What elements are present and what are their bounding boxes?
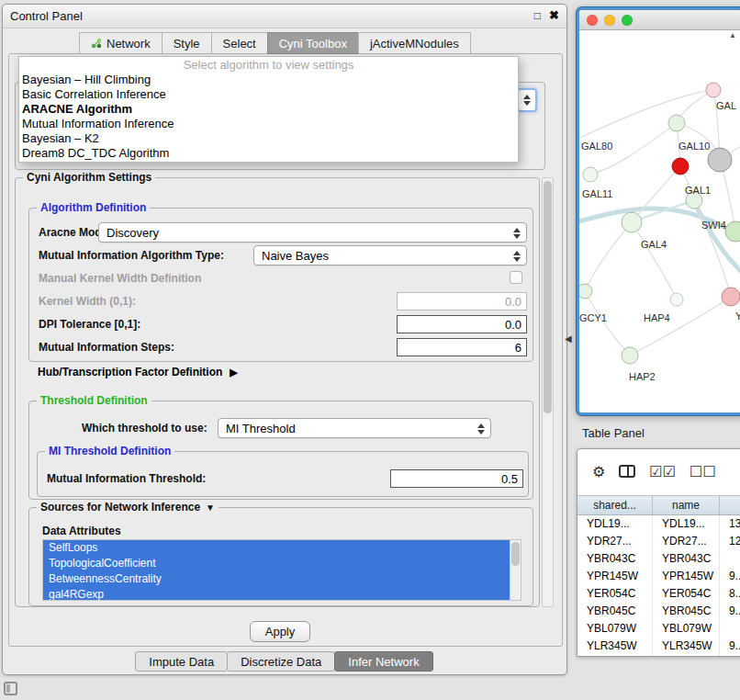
table-row[interactable]: YDR27...YDR27...12... (577, 533, 740, 550)
algorithm-select-combo-stub[interactable] (517, 88, 537, 112)
control-panel-window: Control Panel □ ✖ NetworkStyleSelectCyni… (2, 4, 567, 675)
network-edge[interactable] (585, 291, 630, 356)
algorithm-option[interactable]: Dream8 DC_TDC Algorithm (19, 146, 518, 161)
algorithm-option[interactable]: ARACNE Algorithm (19, 102, 518, 117)
kernel-width-input[interactable] (397, 292, 527, 310)
columns-icon[interactable] (619, 465, 635, 480)
tab-style[interactable]: Style (162, 32, 212, 54)
splitter-collapse-icon[interactable]: ◀ (565, 333, 572, 344)
scroll-up-arrow-icon[interactable]: ▲ (729, 31, 736, 40)
settings-scrollbar-thumb[interactable] (544, 181, 552, 413)
which-threshold-select[interactable]: MI Threshold (218, 418, 491, 438)
tab-cyni-toolbox[interactable]: Cyni Toolbox (267, 32, 359, 54)
settings-group-title: Cyni Algorithm Settings (23, 171, 155, 184)
table-row[interactable]: YDL19...YDL19...13... (577, 515, 740, 533)
table-row[interactable]: YLR345WYLR345W9... (577, 638, 740, 655)
network-node[interactable] (579, 284, 592, 299)
table-row[interactable]: YPR145WYPR145W9... (577, 568, 740, 585)
algorithm-option[interactable]: Mutual Information Inference (19, 117, 518, 131)
network-node[interactable] (722, 288, 740, 306)
algorithm-option[interactable]: Bayesian – K2 (19, 131, 518, 146)
algorithm-option[interactable]: Bayesian – Hill Climbing (19, 73, 518, 87)
column-header[interactable]: shared... (577, 496, 653, 514)
column-header[interactable] (720, 496, 740, 514)
table-cell: YLR345W (577, 638, 653, 655)
network-node[interactable] (622, 212, 642, 232)
attribute-item[interactable]: TopologicalCoefficient (43, 556, 521, 571)
network-icon (91, 38, 102, 49)
close-window-icon[interactable]: ✖ (549, 8, 559, 22)
network-edge[interactable] (579, 90, 713, 142)
hub-definition-label: Hub/Transcription Factor Definition (38, 366, 222, 378)
attribute-item[interactable]: SelfLoops (43, 540, 521, 556)
which-threshold-value: MI Threshold (226, 422, 296, 435)
tab-infer-network[interactable]: Infer Network (334, 651, 432, 672)
mi-threshold-input[interactable] (390, 469, 523, 488)
network-node-label: GAL10 (678, 141, 710, 152)
column-header[interactable]: name (653, 496, 720, 514)
algorithm-option[interactable]: Basic Correlation Inference (19, 87, 518, 102)
desktop: Control Panel □ ✖ NetworkStyleSelectCyni… (0, 0, 740, 700)
hub-definition-toggle[interactable]: Hub/Transcription Factor Definition ▶ (38, 366, 238, 378)
float-window-icon[interactable]: □ (534, 9, 541, 22)
network-edge[interactable] (630, 297, 731, 356)
algorithm-popup-placeholder: Select algorithm to view settings (19, 58, 518, 73)
apply-button[interactable]: Apply (250, 621, 310, 642)
tab-discretize-data[interactable]: Discretize Data (227, 651, 335, 672)
network-node[interactable] (583, 167, 598, 182)
aracne-mode-value: Discovery (107, 226, 159, 240)
table-row[interactable]: YBL079WYBL079W (577, 620, 740, 638)
attribute-item[interactable]: gal4RGexp (43, 587, 521, 601)
sources-title-text: Sources for Network Inference (40, 501, 200, 514)
table-row[interactable]: YER054CYER054C8... (577, 585, 740, 603)
kernel-width-label: Kernel Width (0,1): (39, 295, 136, 308)
aracne-mode-select[interactable]: Discovery (98, 222, 527, 243)
tab-impute-data[interactable]: Impute Data (135, 651, 228, 672)
dpi-tolerance-input[interactable] (397, 315, 527, 333)
network-node[interactable] (725, 221, 740, 242)
tab-network[interactable]: Network (79, 32, 163, 54)
settings-gear-icon[interactable]: ⚙ (592, 465, 605, 480)
mi-type-value: Naive Bayes (262, 249, 329, 263)
network-node[interactable] (622, 347, 638, 364)
network-node[interactable] (672, 158, 689, 175)
network-node[interactable] (668, 115, 685, 131)
control-panel-titlebar[interactable]: Control Panel □ ✖ (3, 5, 566, 28)
list-scrollbar[interactable] (510, 540, 521, 600)
network-node[interactable] (708, 148, 732, 172)
threshold-definition-group: Threshold Definition Which threshold to … (28, 401, 533, 500)
table-row[interactable]: YBR045CYBR045C9... (577, 603, 740, 620)
network-node[interactable] (670, 293, 683, 306)
list-scrollbar-thumb[interactable] (511, 542, 520, 566)
dpi-tolerance-label: DPI Tolerance [0,1]: (39, 318, 140, 331)
zoom-button[interactable] (622, 15, 633, 26)
tab-jactivemnodules[interactable]: jActiveMNodules (358, 32, 471, 54)
mi-threshold-group: MI Threshold Definition Mutual Informati… (37, 451, 529, 497)
select-rows-icon[interactable]: ☑☑ (649, 465, 676, 480)
network-node-label: SWI4 (701, 220, 726, 231)
network-edge[interactable] (585, 222, 632, 291)
sources-group-title[interactable]: Sources for Network Inference ▼ (37, 501, 219, 514)
mi-type-select[interactable]: Naive Bayes (253, 245, 527, 265)
tab-label: Network (107, 37, 151, 51)
show-panel-icon[interactable] (4, 682, 17, 695)
settings-scrollbar[interactable] (542, 177, 554, 607)
network-node-label: HAP4 (644, 312, 670, 323)
network-node[interactable] (706, 83, 721, 97)
close-button[interactable] (587, 15, 598, 26)
table-toolbar: ⚙☑☑☐☐ (577, 449, 740, 495)
minimize-button[interactable] (604, 15, 615, 26)
unselect-rows-icon[interactable]: ☐☐ (690, 465, 716, 480)
table-row[interactable]: YBR043CYBR043C (577, 550, 740, 568)
attribute-item[interactable]: BetweennessCentrality (43, 571, 521, 587)
algorithm-definition-group: Algorithm Definition Aracne Mode: Discov… (28, 208, 533, 362)
mi-steps-input[interactable] (397, 338, 527, 356)
manual-kernel-checkbox[interactable] (510, 271, 522, 284)
tab-select[interactable]: Select (211, 32, 268, 54)
network-window-titlebar[interactable] (579, 10, 740, 30)
network-edge[interactable] (632, 222, 677, 299)
table-row[interactable]: YIL052CYIL052C (577, 655, 740, 656)
network-canvas[interactable]: GAL80GAL10GAL11GAL1SWI4GAL4GCY1HAP4HAP2G… (579, 30, 740, 412)
combo-up-arrow-icon (523, 95, 531, 99)
table-cell: YPR145W (653, 568, 720, 585)
